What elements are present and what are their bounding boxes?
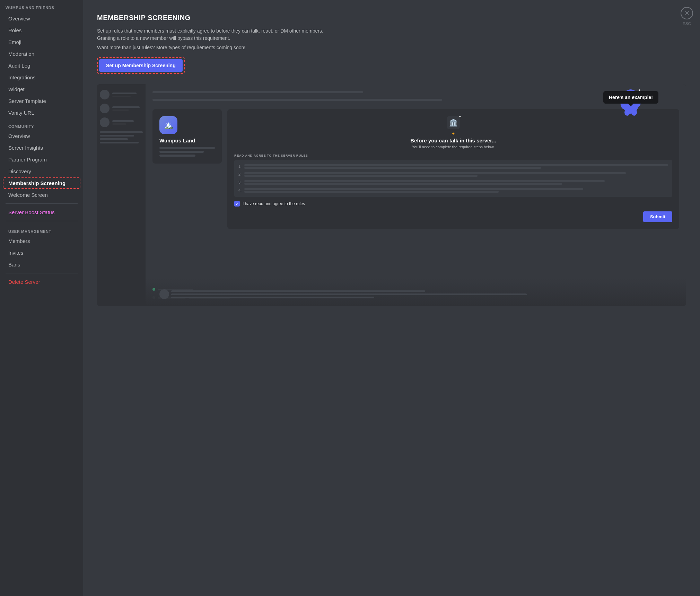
esc-label: ESC (683, 21, 691, 26)
sidebar: WUMPUS AND FRIENDS Overview Roles Emoji … (0, 0, 83, 596)
svg-point-9 (624, 109, 630, 116)
sidebar-item-overview[interactable]: Overview (3, 13, 80, 24)
sidebar-item-members[interactable]: Members (3, 235, 80, 247)
setup-button-wrapper: Set up Membership Screening (97, 57, 185, 74)
sidebar-item-moderation[interactable]: Moderation (3, 48, 80, 60)
page-description-1: Set up rules that new members must expli… (97, 27, 340, 42)
rules-section-label: READ AND AGREE TO THE SERVER RULES (234, 154, 672, 157)
screening-modal-subtitle: You'll need to complete the required ste… (234, 145, 672, 149)
checkbox-row[interactable]: ✓ I have read and agree to the rules (234, 201, 672, 207)
screening-submit-button[interactable]: Submit (643, 211, 672, 222)
section-community: COMMUNITY (3, 119, 80, 130)
sidebar-item-widget[interactable]: Widget (3, 84, 80, 95)
page-title: MEMBERSHIP SCREENING (97, 14, 686, 22)
divider-delete (6, 273, 78, 273)
close-icon: ✕ (684, 9, 690, 17)
page-note: Want more than just rules? More types of… (97, 45, 686, 50)
sidebar-item-delete-server[interactable]: Delete Server (3, 276, 80, 288)
server-name-preview: Wumpus Land (159, 138, 215, 143)
sidebar-item-boost-status[interactable]: Server Boost Status (3, 207, 80, 218)
preview-area: Here's an example! (97, 84, 686, 306)
svg-point-10 (631, 109, 637, 116)
sidebar-item-vanity-url[interactable]: Vanity URL (3, 107, 80, 119)
main-content: ✕ ESC MEMBERSHIP SCREENING Set up rules … (83, 0, 700, 596)
sidebar-item-invites[interactable]: Invites (3, 247, 80, 258)
sidebar-item-partner-program[interactable]: Partner Program (3, 154, 80, 165)
setup-membership-screening-button[interactable]: Set up Membership Screening (99, 59, 183, 72)
sidebar-item-discovery[interactable]: Discovery (3, 166, 80, 177)
checkbox-label: I have read and agree to the rules (243, 201, 305, 206)
close-button[interactable]: ✕ (681, 7, 693, 19)
agree-checkbox[interactable]: ✓ (234, 201, 240, 207)
sidebar-item-server-template[interactable]: Server Template (3, 95, 80, 107)
sidebar-item-membership-screening[interactable]: Membership Screening (3, 177, 80, 189)
sidebar-item-welcome-screen[interactable]: Welcome Screen (3, 189, 80, 201)
sidebar-item-roles[interactable]: Roles (3, 25, 80, 36)
sidebar-item-emoji[interactable]: Emoji (3, 36, 80, 48)
sidebar-item-integrations[interactable]: Integrations (3, 72, 80, 83)
section-user-management: USER MANAGEMENT (3, 224, 80, 235)
preview-tooltip: Here's an example! (603, 91, 658, 104)
divider-user (6, 221, 78, 221)
server-name: WUMPUS AND FRIENDS (0, 6, 83, 12)
sidebar-item-server-insights[interactable]: Server Insights (3, 142, 80, 154)
sidebar-item-audit-log[interactable]: Audit Log (3, 60, 80, 71)
sidebar-item-bans[interactable]: Bans (3, 259, 80, 270)
sidebar-item-community-overview[interactable]: Overview (3, 130, 80, 142)
divider-boost (6, 203, 78, 204)
screening-modal-title: Before you can talk in this server... (234, 138, 672, 143)
